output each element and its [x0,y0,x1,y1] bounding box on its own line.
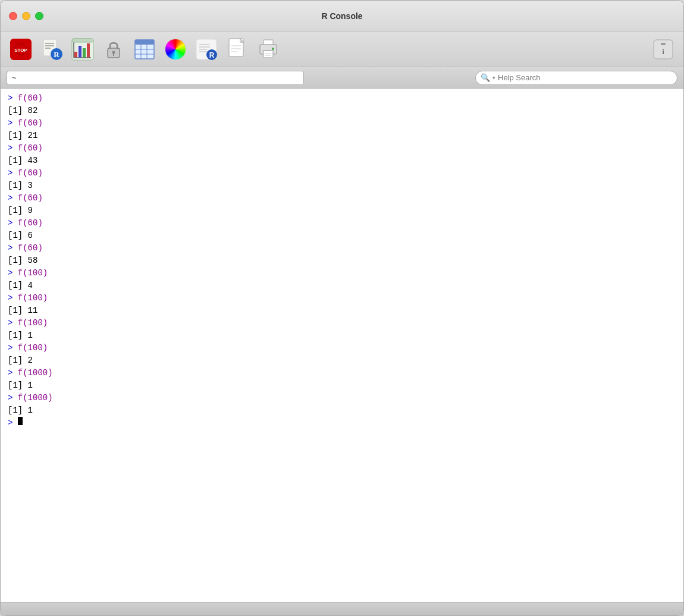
power-icon: i [652,39,674,60]
console-line: > f(100) [8,317,676,329]
print-button[interactable] [254,35,283,64]
console-line: [1] 21 [8,130,676,142]
console-line: [1] 11 [8,304,676,317]
console-prompt: > [8,317,18,329]
console-line: > f(60) [8,142,676,155]
console-command: f(60) [18,192,43,205]
minimize-button[interactable] [22,12,30,20]
console-line: [1] 1 [8,404,676,417]
console-prompt: > [8,292,18,304]
console-prompt: > [8,342,18,354]
console-line: [1] 43 [8,155,676,167]
console-prompt: > [8,117,18,130]
grid-button[interactable] [130,35,159,64]
svg-rect-20 [135,40,154,45]
console-command: f(1000) [18,367,53,379]
traffic-lights [9,12,43,20]
console-output-text: [1] 1 [8,329,33,342]
console-line: [1] 82 [8,105,676,117]
console-command: f(60) [18,142,43,155]
console-command: f(60) [18,217,43,230]
console-line: > f(1000) [8,392,676,404]
window-title: R Console [321,11,362,21]
color-wheel-icon [165,39,186,60]
console-output-text: [1] 9 [8,205,33,217]
console-prompt: > [8,142,18,155]
console-line: [1] 1 [8,329,676,342]
console-line: > f(100) [8,292,676,304]
svg-rect-38 [263,51,273,58]
console-prompt: > [8,92,18,105]
console-line: [1] 1 [8,379,676,392]
svg-text:STOP: STOP [14,48,27,53]
console-command: f(100) [18,267,48,279]
console-line: > f(60) [8,92,676,105]
r-console-window: R Console STOP R [0,0,684,616]
console-output-text: [1] 3 [8,180,33,192]
console-output-text: [1] 1 [8,404,33,417]
console-command: f(1000) [18,392,53,404]
console-output-text: [1] 4 [8,279,33,292]
console-prompt: > [8,167,18,180]
r-logo-button[interactable]: R [192,35,221,64]
print-icon [256,39,280,60]
console-line: > f(1000) [8,367,676,379]
lock-icon [103,39,124,60]
console-output-text: [1] 2 [8,354,33,367]
console-line: > f(60) [8,217,676,230]
console-output[interactable]: > f(60)[1] 82> f(60)[1] 21> f(60)[1] 43>… [1,89,683,602]
chart-icon [71,37,95,61]
console-command: f(60) [18,242,43,254]
console-line: [1] 58 [8,254,676,267]
chart-button[interactable] [68,35,97,64]
r-logo-icon: R [195,38,218,61]
console-prompt: > [8,267,18,279]
address-bar: 🔍 ▾ [1,67,683,89]
svg-rect-44 [661,43,666,45]
console-active-prompt[interactable]: > [8,417,18,429]
console-output-text: [1] 21 [8,130,37,142]
path-input[interactable] [7,71,304,85]
console-output-text: [1] 58 [8,254,37,267]
grid-icon [133,38,156,61]
toolbar: STOP R [1,32,683,67]
console-output-text: [1] 1 [8,379,33,392]
maximize-button[interactable] [35,12,43,20]
console-prompt: > [8,192,18,205]
stop-button[interactable]: STOP [7,35,35,64]
console-line: > f(100) [8,267,676,279]
console-line: > f(60) [8,192,676,205]
status-bar [1,602,683,615]
console-output-text: [1] 43 [8,155,37,167]
console-output-text: [1] 82 [8,105,37,117]
console-prompt: > [8,217,18,230]
console-line: > f(60) [8,242,676,254]
console-output-text: [1] 6 [8,230,33,242]
r-editor-icon: R [40,37,64,61]
svg-rect-11 [83,48,86,58]
svg-rect-12 [87,43,90,58]
console-command: f(100) [18,292,48,304]
console-line: > f(60) [8,167,676,180]
console-prompt: > [8,367,18,379]
svg-text:R: R [209,51,215,59]
svg-text:i: i [662,48,664,55]
lock-button[interactable] [99,35,128,64]
console-command: f(60) [18,92,43,105]
r-editor-button[interactable]: R [37,35,66,64]
search-bar: 🔍 ▾ [475,71,677,85]
console-command: f(100) [18,317,48,329]
stop-icon: STOP [10,39,32,60]
close-button[interactable] [9,12,17,20]
console-line: [1] 3 [8,180,676,192]
chevron-down-icon: ▾ [492,75,495,81]
svg-rect-15 [72,39,93,42]
color-wheel-button[interactable] [161,35,190,64]
console-line: > f(60) [8,117,676,130]
help-search-input[interactable] [498,73,672,82]
console-output-text: [1] 11 [8,304,37,317]
search-icon: 🔍 [481,73,490,82]
new-doc-button[interactable] [223,35,252,64]
power-button[interactable]: i [649,35,677,64]
console-line: [1] 4 [8,279,676,292]
